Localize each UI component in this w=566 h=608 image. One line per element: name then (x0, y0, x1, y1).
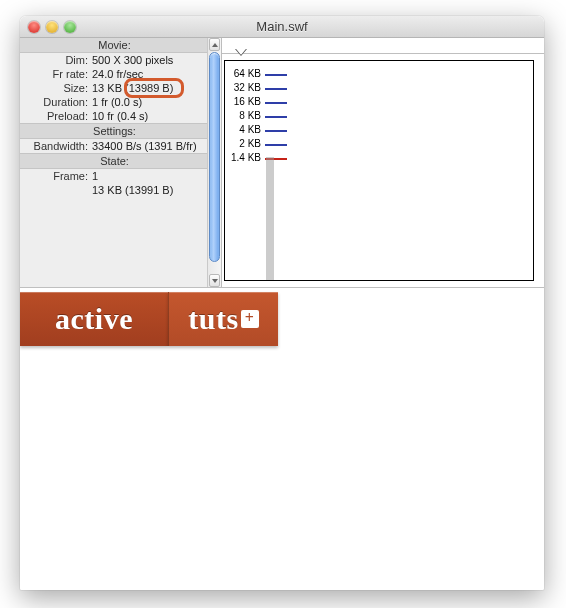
row-bandwidth: Bandwidth: 33400 B/s (1391 B/fr) (20, 139, 209, 153)
minimize-icon[interactable] (46, 21, 58, 33)
close-icon[interactable] (28, 21, 40, 33)
window-controls (20, 21, 76, 33)
ylabel: 32 KB (225, 81, 265, 95)
tick-32kb (265, 81, 299, 95)
graph-bars (265, 61, 299, 280)
logo-left: active (20, 292, 168, 346)
value-size-prefix: 13 KB (92, 82, 125, 94)
stage: active tuts+ (20, 288, 544, 590)
plus-icon: + (241, 310, 259, 328)
label-bandwidth: Bandwidth: (20, 140, 92, 152)
ylabel: 2 KB (225, 137, 265, 151)
ylabel: 1.4 KB (225, 151, 265, 165)
window: Main.swf Movie: Dim: 500 X 300 pixels Fr… (20, 16, 544, 590)
tick-64kb (265, 67, 299, 81)
graph-body: 64 KB 32 KB 16 KB 8 KB 4 KB 2 KB 1.4 KB (224, 60, 534, 281)
value-size: 13 KB (13989 B) (92, 82, 209, 94)
logo-right-text: tuts (188, 302, 238, 336)
section-state: State: (20, 153, 209, 169)
section-settings: Settings: (20, 123, 209, 139)
value-frame-size: 13 KB (13991 B) (92, 184, 209, 196)
scrollbar[interactable] (207, 38, 221, 287)
y-axis-labels: 64 KB 32 KB 16 KB 8 KB 4 KB 2 KB 1.4 KB (225, 61, 265, 280)
tick-4kb (265, 123, 299, 137)
tick-2kb (265, 137, 299, 151)
ylabel: 4 KB (225, 123, 265, 137)
profiler-pane: Movie: Dim: 500 X 300 pixels Fr rate: 24… (20, 38, 544, 288)
timeline-ruler[interactable] (222, 38, 544, 54)
info-panel: Movie: Dim: 500 X 300 pixels Fr rate: 24… (20, 38, 222, 287)
ylabel: 16 KB (225, 95, 265, 109)
scroll-up-icon[interactable] (209, 38, 220, 51)
value-frrate: 24.0 fr/sec (92, 68, 209, 80)
row-size: Size: 13 KB (13989 B) (20, 81, 209, 95)
logo-right: tuts+ (168, 292, 278, 346)
window-title: Main.swf (20, 19, 544, 34)
value-bandwidth: 33400 B/s (1391 B/fr) (92, 140, 209, 152)
label-duration: Duration: (20, 96, 92, 108)
row-preload: Preload: 10 fr (0.4 s) (20, 109, 209, 123)
row-duration: Duration: 1 fr (0.0 s) (20, 95, 209, 109)
frame-bar (266, 157, 274, 280)
value-size-bytes: (13989 B) (125, 82, 173, 94)
label-dim: Dim: (20, 54, 92, 66)
value-preload: 10 fr (0.4 s) (92, 110, 209, 122)
row-frrate: Fr rate: 24.0 fr/sec (20, 67, 209, 81)
zoom-icon[interactable] (64, 21, 76, 33)
scroll-down-icon[interactable] (209, 274, 220, 287)
value-dim: 500 X 300 pixels (92, 54, 209, 66)
value-duration: 1 fr (0.0 s) (92, 96, 209, 108)
graph-panel: 64 KB 32 KB 16 KB 8 KB 4 KB 2 KB 1.4 KB (222, 38, 544, 287)
ylabel: 8 KB (225, 109, 265, 123)
ylabel: 64 KB (225, 67, 265, 81)
section-movie: Movie: (20, 38, 209, 53)
activetuts-logo: active tuts+ (20, 292, 278, 346)
tick-8kb (265, 109, 299, 123)
label-preload: Preload: (20, 110, 92, 122)
tick-16kb (265, 95, 299, 109)
scroll-thumb[interactable] (209, 52, 220, 262)
label-frame: Frame: (20, 170, 92, 182)
label-size: Size: (20, 82, 92, 94)
scroll-track[interactable] (208, 52, 221, 273)
value-frame: 1 (92, 170, 209, 182)
row-dim: Dim: 500 X 300 pixels (20, 53, 209, 67)
titlebar[interactable]: Main.swf (20, 16, 544, 38)
row-frame-size: 13 KB (13991 B) (20, 183, 209, 197)
label-frame-size (20, 184, 92, 196)
row-frame: Frame: 1 (20, 169, 209, 183)
label-frrate: Fr rate: (20, 68, 92, 80)
